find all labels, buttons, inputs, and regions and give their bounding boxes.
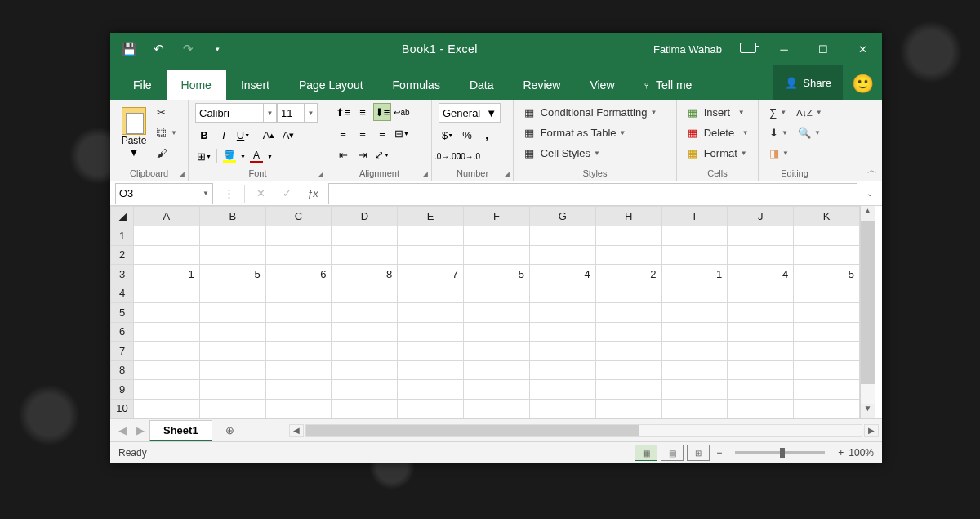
cell-H8[interactable] [595,360,662,380]
tab-formulas[interactable]: Formulas [378,70,455,100]
enter-button[interactable]: ✓ [276,187,297,199]
cell-E10[interactable] [398,399,464,418]
cell-H7[interactable] [595,342,662,361]
horizontal-scrollbar[interactable]: ◀ ▶ [289,424,879,437]
col-header-D[interactable]: D [332,207,398,226]
decrease-indent-button[interactable]: ⇤ [334,145,352,163]
select-all-button[interactable]: ◢ [111,207,134,226]
cell-B1[interactable] [199,226,265,246]
cell-B9[interactable] [199,380,265,400]
cell-G6[interactable] [529,322,595,342]
cell-J10[interactable] [728,399,794,418]
cell-J2[interactable] [728,245,794,265]
cell-I6[interactable] [662,322,728,342]
borders-button[interactable]: ⊞▼ [195,147,213,165]
decrease-font-button[interactable]: A▾ [279,126,297,144]
cell-C7[interactable] [265,342,332,361]
cell-C10[interactable] [265,399,332,418]
row-header-10[interactable]: 10 [111,399,134,418]
cell-F5[interactable] [464,303,530,323]
col-header-K[interactable]: K [794,207,860,226]
number-dialog-launcher[interactable]: ◢ [504,170,510,178]
feedback-button[interactable]: 🙂 [843,74,882,100]
clipboard-dialog-launcher[interactable]: ◢ [179,170,185,178]
hscroll-thumb[interactable] [306,425,639,436]
align-middle-button[interactable]: ≡ [354,103,372,121]
cell-C2[interactable] [265,245,332,265]
cell-K7[interactable] [794,342,860,361]
cell-D10[interactable] [332,399,398,418]
cell-A1[interactable] [134,226,200,246]
cell-G3[interactable]: 4 [529,265,595,284]
clear-button[interactable]: ◨▼ [765,144,793,163]
hscroll-track[interactable] [305,424,862,437]
cell-A2[interactable] [134,245,200,265]
align-bottom-button[interactable]: ⬇≡ [373,103,391,121]
cell-B3[interactable]: 5 [199,265,265,284]
cell-C5[interactable] [265,303,332,323]
cell-I10[interactable] [662,399,728,418]
scroll-up-button[interactable]: ▲ [861,206,875,221]
cell-I9[interactable] [662,380,728,400]
zoom-slider[interactable] [735,451,825,454]
cell-A3[interactable]: 1 [134,265,200,284]
format-as-table-button[interactable]: ▦ Format as Table▼ [520,123,670,142]
cell-B10[interactable] [199,399,265,418]
col-header-A[interactable]: A [134,207,200,226]
copy-button[interactable]: ⿻▼ [153,123,181,142]
cell-E1[interactable] [398,226,464,246]
number-format-select[interactable]: General ▼ [439,103,501,123]
cell-A8[interactable] [134,360,200,380]
format-cells-button[interactable]: ▦ Format▼ [684,144,751,163]
cell-K10[interactable] [794,399,860,418]
accounting-format-button[interactable]: $▼ [439,126,457,144]
col-header-G[interactable]: G [529,207,595,226]
cut-button[interactable]: ✂ [153,103,181,122]
sheet-tab-sheet1[interactable]: Sheet1 [149,420,212,441]
font-name-dropdown[interactable]: ▼ [264,103,277,123]
customize-qa-button[interactable]: ▾ [207,45,228,53]
align-right-button[interactable]: ≡ [373,124,391,142]
zoom-level[interactable]: 100% [849,447,874,459]
tab-review[interactable]: Review [509,70,576,100]
row-header-1[interactable]: 1 [111,226,134,246]
cell-G1[interactable] [529,226,595,246]
cell-D8[interactable] [332,360,398,380]
font-size-select[interactable] [277,103,305,123]
increase-font-button[interactable]: A▴ [260,126,278,144]
normal-view-button[interactable]: ▦ [635,445,657,461]
redo-button[interactable]: ↷ [177,42,198,56]
wrap-text-button[interactable]: ↩ab [393,103,411,121]
scroll-down-button[interactable]: ▼ [861,404,875,418]
cell-D9[interactable] [332,380,398,400]
font-size-dropdown[interactable]: ▼ [305,103,318,123]
cancel-button[interactable]: ✕ [250,187,271,199]
cell-E6[interactable] [398,322,464,342]
cell-H6[interactable] [595,322,662,342]
vertical-scrollbar[interactable]: ▲ ▼ [860,206,875,418]
cell-E3[interactable]: 7 [398,265,464,284]
col-header-I[interactable]: I [662,207,728,226]
row-header-9[interactable]: 9 [111,380,134,400]
row-header-4[interactable]: 4 [111,284,134,303]
cell-C8[interactable] [265,360,332,380]
col-header-B[interactable]: B [199,207,265,226]
orientation-button[interactable]: ⤢▼ [373,145,391,163]
cell-B6[interactable] [199,322,265,342]
cell-G8[interactable] [529,360,595,380]
cell-B5[interactable] [199,303,265,323]
collapse-ribbon-button[interactable]: ︿ [867,163,877,177]
cell-F4[interactable] [464,284,530,303]
cell-G2[interactable] [529,245,595,265]
cell-J5[interactable] [728,303,794,323]
col-header-C[interactable]: C [265,207,332,226]
expand-formula-bar-button[interactable]: ⌄ [862,189,877,198]
cell-I8[interactable] [662,360,728,380]
cell-A9[interactable] [134,380,200,400]
cell-H1[interactable] [595,226,662,246]
tab-file[interactable]: File [118,70,167,100]
bold-button[interactable]: B [195,126,213,144]
cell-K3[interactable]: 5 [794,265,860,284]
cell-F10[interactable] [464,399,530,418]
cell-H5[interactable] [595,303,662,323]
